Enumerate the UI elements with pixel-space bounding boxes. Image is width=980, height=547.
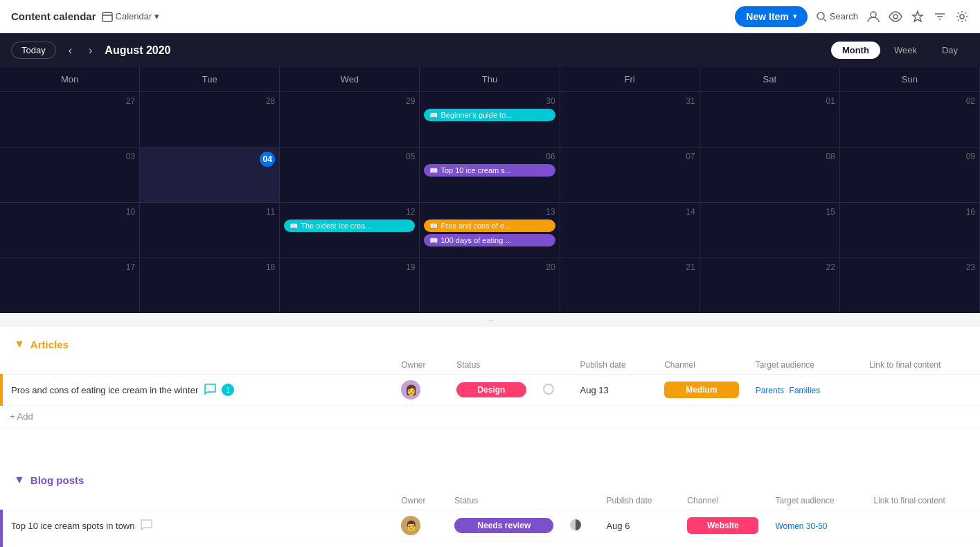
- add-button[interactable]: + Add: [1, 406, 980, 428]
- event-top10[interactable]: 📖 Top 10 ice cream s...: [424, 164, 555, 177]
- prev-month-button[interactable]: ‹: [64, 43, 76, 58]
- cal-cell-15[interactable]: 15: [700, 202, 840, 258]
- tab-month[interactable]: Month: [831, 42, 880, 59]
- blog-table-header: Owner Status Publish date Channel Target…: [1, 492, 980, 510]
- articles-section: ▼ Articles Owner Status Publish date Cha…: [0, 327, 980, 442]
- cal-cell-04-today[interactable]: 04: [140, 147, 280, 202]
- tag-parents[interactable]: Parents: [756, 386, 784, 395]
- calendar-toolbar: Today ‹ › August 2020 Month Week Day: [0, 33, 980, 67]
- cal-cell-06[interactable]: 06 📖 Top 10 ice cream s...: [420, 147, 560, 202]
- cal-cell-19[interactable]: 19: [280, 258, 420, 313]
- article-channel[interactable]: Medium: [656, 375, 747, 406]
- cal-cell-14[interactable]: 14: [560, 202, 700, 258]
- comment-icon-gray-1[interactable]: [140, 519, 152, 533]
- cal-cell-28[interactable]: 28: [140, 91, 280, 147]
- new-item-arrow: ▾: [793, 12, 796, 20]
- cal-cell-13[interactable]: 13 📖 Pros and cons of e... 📖 100 days of…: [420, 202, 560, 258]
- channel-website[interactable]: Website: [687, 517, 758, 534]
- cal-cell-07[interactable]: 07: [560, 147, 700, 202]
- cal-cell-05[interactable]: 05: [280, 147, 420, 202]
- article-status[interactable]: Design: [448, 375, 534, 406]
- article-owner: 👩: [393, 375, 448, 406]
- event-book-icon-3: 📖: [289, 222, 298, 230]
- bp-status-1[interactable]: Needs review: [446, 510, 562, 541]
- article-notify[interactable]: [535, 375, 572, 406]
- bp-publish-2: Aug 13: [598, 541, 679, 548]
- cal-cell-01-sat[interactable]: 01: [700, 91, 840, 147]
- cal-cell-30[interactable]: 30 📖 Beginner's guide to...: [420, 91, 560, 147]
- cal-cell-09[interactable]: 09: [840, 147, 980, 202]
- status-needs-review[interactable]: Needs review: [454, 518, 553, 533]
- blog-posts-collapse-button[interactable]: ▼: [14, 474, 25, 486]
- event-book-icon-4: 📖: [429, 222, 438, 230]
- bp-audience-1: Women 30-50: [767, 510, 865, 541]
- bp-link-1: [865, 510, 980, 541]
- tab-week[interactable]: Week: [883, 42, 928, 59]
- eye-icon[interactable]: [889, 10, 902, 24]
- cal-cell-29[interactable]: 29: [280, 91, 420, 147]
- add-row[interactable]: + Add: [1, 406, 980, 428]
- articles-header: ▼ Articles: [0, 327, 980, 356]
- current-month: August 2020: [105, 44, 170, 57]
- bp-col-target-audience: Target audience: [767, 492, 865, 510]
- event-beginners-guide[interactable]: 📖 Beginner's guide to...: [424, 109, 555, 121]
- calendar-header: Mon Tue Wed Thu Fri Sat Sun: [0, 67, 980, 91]
- new-item-button[interactable]: New Item ▾: [735, 6, 807, 27]
- header-wed: Wed: [280, 67, 420, 91]
- filter-icon[interactable]: [933, 10, 947, 24]
- cal-cell-03[interactable]: 03: [0, 147, 140, 202]
- cal-cell-22[interactable]: 22: [700, 258, 840, 313]
- notify-half[interactable]: [570, 519, 581, 530]
- bp-name-cell-1: Top 10 ice cream spots in town: [1, 510, 393, 541]
- header-mon: Mon: [0, 67, 140, 91]
- col-publish-date: Publish date: [572, 356, 657, 375]
- event-100days[interactable]: 📖 100 days of eating ...: [424, 234, 555, 246]
- cal-cell-16[interactable]: 16: [840, 202, 980, 258]
- tab-day[interactable]: Day: [931, 42, 969, 59]
- notify-circle[interactable]: [543, 384, 554, 395]
- cal-cell-21[interactable]: 21: [560, 258, 700, 313]
- table-row: Top 10 ice cream spots in town 👨 Needs r…: [1, 510, 980, 541]
- cal-cell-11[interactable]: 11: [140, 202, 280, 258]
- bp-owner-1: 👨: [393, 510, 446, 541]
- cal-cell-02-sun[interactable]: 02: [840, 91, 980, 147]
- svg-line-5: [823, 19, 826, 21]
- bp-notify-1[interactable]: [562, 510, 598, 541]
- next-month-button[interactable]: ›: [84, 43, 96, 58]
- resizer[interactable]: ⋯: [0, 313, 980, 327]
- pin-icon[interactable]: [911, 10, 925, 24]
- cal-cell-17[interactable]: 17: [0, 258, 140, 313]
- cal-cell-31[interactable]: 31: [560, 91, 700, 147]
- today-button[interactable]: Today: [11, 42, 56, 59]
- cal-cell-12[interactable]: 12 📖 The oldest ice crea...: [280, 202, 420, 258]
- cal-cell-08[interactable]: 08: [700, 147, 840, 202]
- channel-medium[interactable]: Medium: [664, 382, 738, 398]
- event-oldest-ice-cream[interactable]: 📖 The oldest ice crea...: [284, 219, 415, 232]
- comment-icon[interactable]: [204, 383, 216, 397]
- app-title: Content calendar: [11, 10, 96, 22]
- user-icon[interactable]: [866, 10, 880, 24]
- event-pros-cons[interactable]: 📖 Pros and cons of e...: [424, 219, 555, 232]
- tag-families[interactable]: Families: [790, 386, 821, 395]
- articles-collapse-button[interactable]: ▼: [14, 338, 25, 350]
- article-audience: Parents Families: [747, 375, 861, 406]
- cal-cell-10[interactable]: 10: [0, 202, 140, 258]
- view-selector[interactable]: Calendar ▾: [102, 11, 160, 22]
- bp-col-channel: Channel: [679, 492, 767, 510]
- bp-notify-2[interactable]: [562, 541, 598, 548]
- bp-channel-2[interactable]: Media: [679, 541, 767, 548]
- bp-status-2[interactable]: SEO: [446, 541, 562, 548]
- cal-cell-27[interactable]: 27: [0, 91, 140, 147]
- tag-women-30-50[interactable]: Women 30-50: [775, 521, 827, 531]
- search-button[interactable]: Search: [816, 11, 858, 22]
- calendar-grid: Mon Tue Wed Thu Fri Sat Sun 27 28 29 30 …: [0, 67, 980, 313]
- bp-channel-1[interactable]: Website: [679, 510, 767, 541]
- cal-cell-18[interactable]: 18: [140, 258, 280, 313]
- bp-col-status: Status: [446, 492, 562, 510]
- top-nav-left: Content calendar Calendar ▾: [11, 10, 159, 22]
- settings-icon[interactable]: [955, 10, 969, 24]
- cal-cell-23[interactable]: 23: [840, 258, 980, 313]
- cal-cell-20[interactable]: 20: [420, 258, 560, 313]
- new-item-label: New Item: [746, 11, 788, 22]
- status-badge-design[interactable]: Design: [456, 382, 526, 397]
